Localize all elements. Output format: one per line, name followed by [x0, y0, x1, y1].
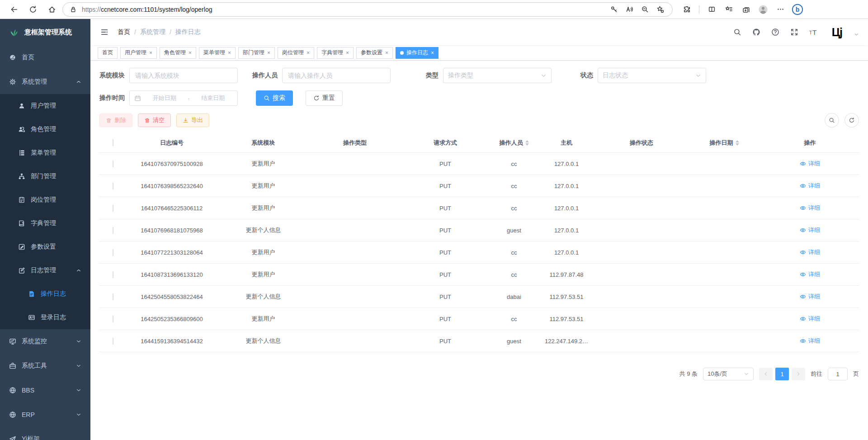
close-icon[interactable]: ×: [431, 50, 434, 56]
row-checkbox[interactable]: [113, 161, 113, 167]
page-number-1[interactable]: 1: [775, 368, 789, 380]
sidebar-item-13[interactable]: 系统工具: [0, 354, 90, 378]
detail-link[interactable]: 详细: [800, 160, 820, 168]
read-aloud-icon[interactable]: [623, 3, 636, 16]
tag-view-7[interactable]: 参数设置 ×: [356, 47, 393, 59]
sidebar-collapse-icon[interactable]: [99, 28, 109, 36]
row-checkbox[interactable]: [113, 293, 113, 300]
row-checkbox[interactable]: [113, 205, 113, 212]
clear-button[interactable]: 清空: [138, 114, 171, 127]
sidebar-item-8[interactable]: 参数设置: [0, 235, 90, 259]
tag-view-8[interactable]: 操作日志 ×: [396, 47, 439, 59]
sidebar-item-7[interactable]: 字典管理: [0, 212, 90, 235]
fullscreen-icon[interactable]: [790, 28, 798, 36]
page-size-select[interactable]: 10条/页: [703, 368, 754, 380]
user-avatar-logo[interactable]: Цj: [832, 27, 842, 38]
favorites-bar-icon[interactable]: [721, 3, 736, 16]
tag-view-6[interactable]: 字典管理 ×: [317, 47, 354, 59]
font-size-icon[interactable]: TT: [809, 28, 817, 36]
detail-link[interactable]: 详细: [800, 182, 820, 190]
export-button[interactable]: 导出: [176, 114, 209, 127]
back-icon[interactable]: [6, 3, 22, 16]
sidebar-item-4[interactable]: 菜单管理: [0, 141, 90, 165]
row-checkbox[interactable]: [113, 183, 113, 189]
detail-link[interactable]: 详细: [800, 315, 820, 323]
lock-icon[interactable]: [68, 3, 78, 16]
sidebar-item-12[interactable]: 系统监控: [0, 329, 90, 354]
sidebar-item-1[interactable]: 系统管理: [0, 70, 90, 94]
favorite-add-icon[interactable]: [653, 3, 667, 16]
sidebar-item-9[interactable]: 日志管理: [0, 259, 90, 282]
bing-chat-icon[interactable]: b: [790, 3, 805, 16]
collections-icon[interactable]: [738, 3, 754, 16]
refresh-icon[interactable]: [25, 3, 41, 16]
sidebar-item-15[interactable]: ERP: [0, 402, 90, 427]
close-icon[interactable]: ×: [228, 50, 231, 56]
sidebar-item-0[interactable]: 首页: [0, 45, 90, 70]
home-icon[interactable]: [44, 3, 60, 16]
sidebar-item-10[interactable]: 操作日志: [0, 282, 90, 306]
url-text[interactable]: https://ccnetcore.com:1101/system/log/op…: [82, 6, 212, 13]
detail-link[interactable]: 详细: [800, 293, 820, 301]
select-all-checkbox[interactable]: [113, 139, 113, 146]
tag-view-5[interactable]: 岗位管理 ×: [278, 47, 314, 59]
breadcrumb-item-0[interactable]: 首页: [118, 28, 130, 36]
goto-page-input[interactable]: [828, 368, 848, 380]
toggle-search-button[interactable]: [825, 113, 839, 128]
detail-link[interactable]: 详细: [800, 337, 820, 345]
sort-icon[interactable]: [736, 140, 739, 146]
split-screen-icon[interactable]: [704, 3, 719, 16]
prev-page-button[interactable]: [759, 368, 773, 380]
close-icon[interactable]: ×: [307, 50, 310, 56]
search-icon[interactable]: [733, 28, 741, 36]
status-select[interactable]: 日志状态: [598, 68, 706, 83]
sidebar-item-3[interactable]: 角色管理: [0, 118, 90, 141]
type-select[interactable]: 操作类型: [443, 68, 552, 83]
close-icon[interactable]: ×: [267, 50, 270, 56]
detail-link[interactable]: 详细: [800, 226, 820, 234]
profile-avatar[interactable]: [755, 3, 771, 16]
operator-input[interactable]: [282, 68, 391, 83]
row-checkbox[interactable]: [113, 227, 113, 234]
next-page-button[interactable]: [792, 368, 805, 380]
sidebar-item-16[interactable]: Yi框架: [0, 427, 90, 440]
row-checkbox[interactable]: [113, 249, 113, 256]
chevron-down-icon[interactable]: [854, 32, 859, 37]
sidebar-item-14[interactable]: BBS: [0, 378, 90, 402]
reset-button[interactable]: 重置: [306, 90, 343, 106]
sort-icon[interactable]: [525, 140, 529, 146]
key-icon[interactable]: [607, 3, 621, 16]
close-icon[interactable]: ×: [346, 50, 349, 56]
close-icon[interactable]: ×: [189, 50, 192, 56]
row-checkbox[interactable]: [113, 338, 113, 345]
zoom-out-icon[interactable]: [638, 3, 651, 16]
sidebar-item-6[interactable]: 岗位管理: [0, 188, 90, 212]
more-icon[interactable]: [773, 3, 788, 16]
tag-view-4[interactable]: 部门管理 ×: [238, 47, 275, 59]
module-input[interactable]: [129, 68, 238, 83]
date-range-picker[interactable]: 开始日期 - 结束日期: [129, 90, 238, 106]
github-icon[interactable]: [752, 28, 760, 36]
tag-view-2[interactable]: 角色管理 ×: [160, 47, 196, 59]
tag-view-3[interactable]: 菜单管理 ×: [199, 47, 236, 59]
close-icon[interactable]: ×: [149, 50, 152, 56]
sidebar-item-5[interactable]: 部门管理: [0, 165, 90, 188]
tag-view-0[interactable]: 首页: [98, 47, 118, 59]
row-checkbox[interactable]: [113, 271, 113, 278]
detail-link[interactable]: 详细: [800, 248, 820, 256]
row-checkbox[interactable]: [113, 316, 113, 322]
search-button[interactable]: 搜索: [256, 90, 293, 106]
extensions-icon[interactable]: [679, 3, 694, 16]
tag-view-1[interactable]: 用户管理 ×: [120, 47, 157, 59]
delete-button[interactable]: 删除: [99, 114, 132, 127]
close-icon[interactable]: ×: [385, 50, 388, 56]
sidebar-item-2[interactable]: 用户管理: [0, 94, 90, 118]
app-logo[interactable]: 意框架管理系统: [0, 19, 90, 45]
address-bar[interactable]: https://ccnetcore.com:1101/system/log/op…: [62, 2, 673, 17]
breadcrumb-item-1: 系统管理: [140, 28, 165, 36]
refresh-table-button[interactable]: [844, 113, 859, 128]
detail-link[interactable]: 详细: [800, 270, 820, 279]
sidebar-item-11[interactable]: 登录日志: [0, 306, 90, 329]
question-icon[interactable]: [771, 28, 779, 36]
detail-link[interactable]: 详细: [800, 204, 820, 212]
